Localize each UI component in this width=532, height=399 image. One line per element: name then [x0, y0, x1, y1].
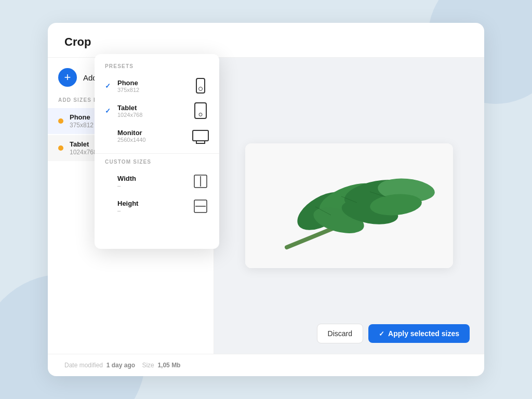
presets-label: PRESETS: [95, 63, 219, 73]
monitor-shape-icon: [192, 130, 209, 141]
dropdown-phone-info: Phone 375x812: [117, 79, 192, 93]
page-title: Crop: [64, 35, 91, 48]
dropdown-width-name: Width: [117, 175, 192, 182]
dropdown-item-width[interactable]: Width –: [95, 169, 219, 194]
dropdown-monitor-name: Monitor: [117, 129, 192, 137]
action-bar: Discard ✓ Apply selected sizes: [317, 324, 470, 343]
dropdown-tablet-dims: 532x399: [117, 112, 192, 118]
card-header: Crop: [48, 23, 484, 58]
check-phone-icon: ✓: [105, 82, 113, 90]
width-icon-svg: [192, 173, 209, 190]
dropdown-phone-dims: 375x812: [117, 87, 192, 93]
date-modified-label: Date modified: [64, 362, 103, 369]
dropdown-spacer: [95, 219, 219, 240]
size-label: Size: [142, 362, 154, 369]
dropdown-height-value: –: [117, 207, 192, 214]
dropdown-item-height[interactable]: Height –: [95, 194, 219, 219]
image-preview: [245, 143, 453, 268]
height-icon-svg: [192, 198, 209, 215]
dropdown-divider: [95, 153, 219, 154]
dropdown-item-tablet[interactable]: ✓ Tablet 532x399: [95, 98, 219, 123]
dropdown-width-info: Width –: [117, 175, 192, 189]
dropdown-height-info: Height –: [117, 200, 192, 214]
card-body: + Add size ADD SIZES FOR CONFIRMATION Ph…: [48, 58, 484, 354]
right-panel: Discard ✓ Apply selected sizes: [214, 58, 484, 354]
plus-icon: +: [58, 68, 77, 87]
height-device-icon: [192, 198, 209, 215]
check-tablet-icon: ✓: [105, 107, 113, 115]
dropdown-phone-name: Phone: [117, 79, 192, 87]
date-modified-value: 1 day ago: [107, 362, 135, 369]
dropdown-monitor-dims: 2560x1440: [117, 137, 192, 143]
dropdown-tablet-info: Tablet 532x399: [117, 104, 192, 118]
size-value: 1,05 Mb: [157, 362, 180, 369]
dropdown-item-monitor[interactable]: Monitor 2560x1440: [95, 123, 219, 148]
dropdown-width-value: –: [117, 182, 192, 189]
dropdown-monitor-info: Monitor 2560x1440: [117, 129, 192, 143]
tablet-shape-icon: [194, 102, 207, 119]
discard-button[interactable]: Discard: [317, 324, 363, 343]
dropdown-item-phone[interactable]: ✓ Phone 375x812: [95, 73, 219, 98]
card-footer: Date modified 1 day ago Size 1,05 Mb: [48, 354, 484, 376]
presets-dropdown: PRESETS ✓ Phone 375x812 ✓ Tab: [95, 58, 219, 249]
main-card: Crop + Add size ADD SIZES FOR CONFIRMATI…: [48, 23, 484, 376]
monitor-device-icon: [192, 127, 209, 144]
size-dot-phone: [58, 118, 63, 124]
width-device-icon: [192, 173, 209, 190]
apply-label: Apply selected sizes: [388, 329, 459, 338]
left-panel: + Add size ADD SIZES FOR CONFIRMATION Ph…: [48, 58, 214, 354]
dropdown-tablet-name: Tablet: [117, 104, 192, 112]
tablet-device-icon: [192, 102, 209, 119]
apply-button[interactable]: ✓ Apply selected sizes: [368, 324, 470, 343]
size-dot-tablet: [58, 145, 63, 151]
custom-sizes-label: CUSTOM SIZES: [95, 159, 219, 169]
phone-device-icon: [192, 77, 209, 94]
dropdown-height-name: Height: [117, 200, 192, 207]
apply-check-icon: ✓: [379, 330, 384, 338]
phone-shape-icon: [196, 78, 205, 94]
plant-image: [245, 143, 453, 268]
